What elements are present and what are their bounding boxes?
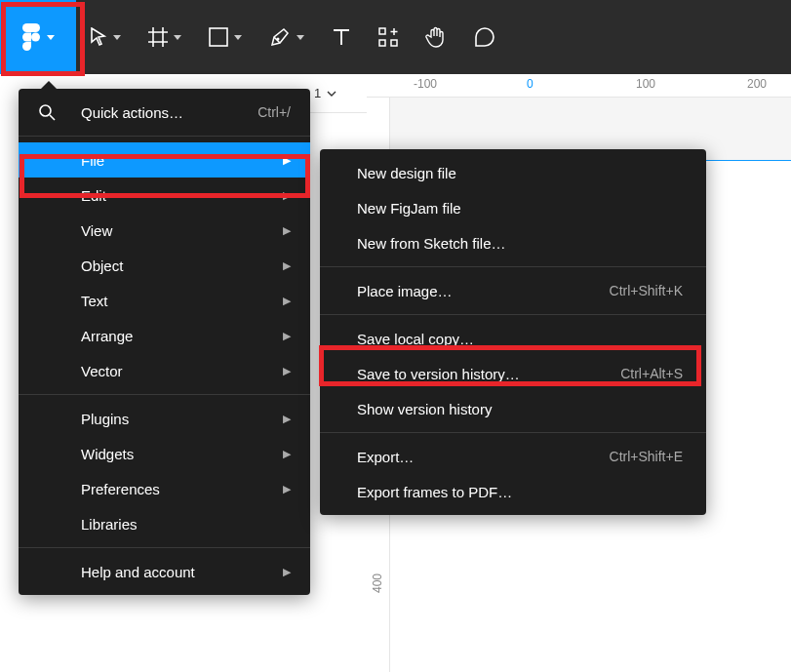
hand-tool[interactable] [412,0,460,74]
ruler-tick: 0 [527,77,534,91]
submenu-new-sketch[interactable]: New from Sketch file… [320,225,706,260]
menu-separator [320,432,706,433]
move-tool[interactable] [76,0,135,74]
chevron-down-icon [297,35,304,40]
pen-icon [269,26,291,48]
figma-logo-icon [21,23,41,51]
app-toolbar [0,0,791,74]
submenu-label: Export frames to PDF… [357,484,683,500]
ruler-tick: 400 [371,573,384,593]
menu-libraries[interactable]: Libraries [19,506,310,541]
submenu-label: Place image… [357,283,610,299]
submenu-place-image[interactable]: Place image… Ctrl+Shift+K [320,273,706,308]
menu-label: Object [81,257,279,274]
menu-vector[interactable]: Vector ▶ [19,353,310,388]
menu-quick-actions[interactable]: Quick actions… Ctrl+/ [19,95,310,130]
menu-plugins[interactable]: Plugins ▶ [19,401,310,436]
menu-arrange[interactable]: Arrange ▶ [19,318,310,353]
submenu-shortcut: Ctrl+Shift+K [610,283,683,298]
menu-text[interactable]: Text ▶ [19,283,310,318]
submenu-label: Export… [357,449,610,465]
submenu-shortcut: Ctrl+Shift+E [610,449,683,464]
submenu-show-version[interactable]: Show version history [320,391,706,426]
submenu-arrow-icon: ▶ [279,189,291,202]
submenu-arrow-icon: ▶ [279,566,291,578]
comment-tool[interactable] [460,0,509,74]
submenu-arrow-icon: ▶ [279,365,291,377]
menu-edit[interactable]: Edit ▶ [19,178,310,213]
submenu-export[interactable]: Export… Ctrl+Shift+E [320,439,706,474]
comment-icon [474,26,495,48]
frame-icon [148,27,168,47]
page-label: 1 [314,86,321,100]
svg-rect-4 [379,40,385,46]
menu-object[interactable]: Object ▶ [19,248,310,283]
menu-separator [19,136,310,137]
menu-label: Preferences [81,481,279,497]
figma-menu-button[interactable] [0,0,76,74]
chevron-down-icon [47,35,55,40]
rectangle-icon [209,27,228,47]
chevron-down-icon [174,35,181,40]
menu-preferences[interactable]: Preferences ▶ [19,471,310,506]
main-menu: Quick actions… Ctrl+/ File ▶ Edit ▶ View… [19,89,310,595]
menu-label: Text [81,293,279,309]
submenu-save-local[interactable]: Save local copy… [320,321,706,356]
submenu-arrow-icon: ▶ [279,413,291,425]
submenu-label: Save local copy… [357,331,683,347]
svg-point-0 [31,33,40,42]
cursor-icon [90,27,107,47]
submenu-label: New FigJam file [357,200,683,217]
submenu-arrow-icon: ▶ [279,483,291,495]
menu-label: Edit [81,187,279,204]
menu-file[interactable]: File ▶ [19,142,310,178]
submenu-arrow-icon: ▶ [279,259,291,272]
submenu-arrow-icon: ▶ [279,330,291,342]
submenu-arrow-icon: ▶ [279,154,291,167]
submenu-shortcut: Ctrl+Alt+S [620,366,683,381]
submenu-new-design[interactable]: New design file [320,155,706,190]
svg-point-2 [277,38,280,41]
frame-tool[interactable] [135,0,195,74]
submenu-label: Save to version history… [357,366,620,382]
submenu-label: Show version history [357,401,683,417]
shape-tool[interactable] [195,0,256,74]
text-tool[interactable] [318,0,365,74]
menu-label: View [81,222,279,239]
pen-tool[interactable] [256,0,318,74]
svg-rect-3 [379,28,385,34]
submenu-arrow-icon: ▶ [279,448,291,460]
menu-shortcut: Ctrl+/ [257,104,291,120]
menu-label: Plugins [81,411,279,427]
menu-label: Help and account [81,564,279,580]
menu-widgets[interactable]: Widgets ▶ [19,436,310,471]
menu-label: Quick actions… [81,104,257,121]
ruler-tick: 200 [747,77,767,91]
submenu-save-version[interactable]: Save to version history… Ctrl+Alt+S [320,356,706,391]
file-submenu: New design file New FigJam file New from… [320,149,706,515]
resources-tool[interactable] [365,0,412,74]
menu-label: Libraries [81,516,279,533]
menu-label: File [81,152,279,169]
menu-separator [19,394,310,395]
search-icon [38,103,56,121]
menu-separator [19,547,310,548]
submenu-arrow-icon: ▶ [279,224,291,237]
menu-label: Widgets [81,446,279,462]
menu-help[interactable]: Help and account ▶ [19,554,310,589]
svg-rect-5 [391,40,397,46]
resources-icon [378,27,398,47]
ruler-tick: -100 [414,77,437,91]
svg-point-6 [40,105,51,116]
svg-rect-1 [210,28,227,46]
page-picker[interactable]: 1 [310,74,367,113]
submenu-export-pdf[interactable]: Export frames to PDF… [320,474,706,509]
menu-label: Vector [81,363,279,379]
chevron-down-icon [327,91,336,97]
chevron-down-icon [113,35,121,40]
text-icon [332,27,351,47]
menu-separator [320,314,706,315]
menu-view[interactable]: View ▶ [19,213,310,248]
submenu-arrow-icon: ▶ [279,295,291,307]
submenu-new-figjam[interactable]: New FigJam file [320,190,706,225]
